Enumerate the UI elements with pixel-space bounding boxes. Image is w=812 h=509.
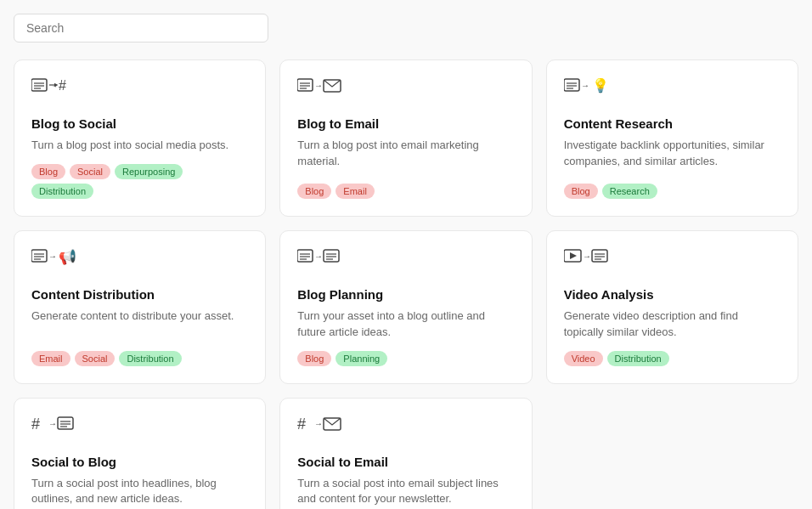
card-icon-video-analysis: →	[564, 248, 781, 277]
search-input[interactable]	[14, 14, 268, 42]
svg-text:→: →	[314, 252, 324, 261]
tag-social: Social	[70, 164, 110, 179]
card-title-content-research: Content Research	[564, 116, 781, 131]
card-blog-to-email[interactable]: → Blog to Email Turn a blog post into em…	[279, 59, 532, 217]
card-title-social-to-email: Social to Email	[297, 455, 514, 469]
tag-distribution: Distribution	[607, 351, 669, 366]
svg-text:📢: 📢	[59, 248, 78, 266]
card-title-social-to-blog: Social to Blog	[31, 455, 248, 469]
tag-social: Social	[75, 351, 116, 366]
card-desc-blog-planning: Turn your asset into a blog outline and …	[297, 308, 514, 341]
card-social-to-blog[interactable]: # → Social to Blog Turn a social post in…	[14, 398, 266, 509]
svg-rect-37	[592, 250, 607, 262]
svg-rect-25	[297, 250, 313, 262]
svg-text:#: #	[31, 416, 42, 433]
tag-distribution: Distribution	[31, 184, 93, 199]
card-tags-blog-to-social: BlogSocialRepurposingDistribution	[31, 164, 248, 199]
card-desc-content-research: Investigate backlink opportunities, simi…	[564, 138, 781, 173]
card-tags-content-research: BlogResearch	[564, 184, 781, 199]
tag-video: Video	[564, 351, 603, 366]
card-desc-social-to-email: Turn a social post into email subject li…	[297, 476, 514, 508]
tag-blog: Blog	[297, 351, 331, 366]
tag-email: Email	[31, 351, 70, 366]
card-desc-blog-to-email: Turn a blog post into email marketing ma…	[297, 138, 514, 173]
tag-blog: Blog	[31, 164, 65, 179]
card-grid: → # Blog to Social Turn a blog post into…	[14, 59, 798, 509]
card-icon-blog-to-social: → #	[31, 77, 248, 106]
card-icon-blog-planning: →	[297, 248, 514, 277]
svg-text:#: #	[297, 416, 307, 433]
svg-text:#: #	[59, 78, 68, 93]
svg-rect-0	[31, 79, 47, 91]
search-container	[14, 14, 798, 42]
svg-text:💡: 💡	[592, 77, 611, 93]
card-icon-content-research: → 💡	[564, 77, 781, 106]
card-tags-video-analysis: VideoDistribution	[564, 351, 781, 366]
card-icon-social-to-email: # →	[297, 416, 514, 444]
svg-text:→: →	[314, 81, 324, 90]
svg-text:→: →	[314, 419, 324, 428]
svg-rect-13	[564, 79, 579, 91]
card-tags-blog-planning: BlogPlanning	[297, 351, 514, 366]
card-icon-blog-to-email: →	[297, 77, 514, 106]
svg-rect-7	[297, 79, 313, 91]
svg-text:→: →	[48, 252, 59, 261]
tag-research: Research	[602, 184, 657, 199]
card-desc-blog-to-social: Turn a blog post into social media posts…	[31, 138, 248, 154]
card-blog-to-social[interactable]: → # Blog to Social Turn a blog post into…	[14, 59, 266, 217]
card-desc-content-distribution: Generate content to distribute your asse…	[31, 308, 248, 341]
card-blog-planning[interactable]: → Blog Planning Turn your asset into a b…	[279, 230, 532, 384]
card-title-video-analysis: Video Analysis	[564, 287, 781, 302]
tag-planning: Planning	[336, 351, 387, 366]
card-tags-blog-to-email: BlogEmail	[297, 184, 514, 199]
card-social-to-email[interactable]: # → Social to Email Turn a social post i…	[279, 398, 532, 509]
svg-text:→: →	[583, 252, 593, 261]
card-title-blog-to-email: Blog to Email	[297, 116, 514, 131]
tag-email: Email	[336, 184, 375, 199]
card-content-research[interactable]: → 💡 Content Research Investigate backlin…	[546, 59, 798, 217]
tag-blog: Blog	[297, 184, 331, 199]
card-icon-content-distribution: → 📢	[31, 248, 248, 277]
svg-rect-19	[31, 250, 47, 262]
card-icon-social-to-blog: # →	[31, 416, 248, 444]
svg-text:→: →	[48, 419, 59, 428]
card-title-content-distribution: Content Distribution	[31, 287, 248, 302]
tag-repurposing: Repurposing	[115, 164, 183, 179]
card-title-blog-planning: Blog Planning	[297, 287, 514, 302]
svg-marker-35	[570, 252, 577, 259]
svg-rect-30	[324, 250, 339, 262]
tag-blog: Blog	[564, 184, 598, 199]
card-tags-content-distribution: EmailSocialDistribution	[31, 351, 248, 366]
card-title-blog-to-social: Blog to Social	[31, 116, 248, 131]
card-desc-social-to-blog: Turn a social post into headlines, blog …	[31, 476, 248, 508]
svg-rect-43	[58, 417, 73, 429]
card-video-analysis[interactable]: → Video Analysis Generate video descript…	[546, 230, 798, 384]
svg-text:→: →	[581, 81, 591, 90]
card-content-distribution[interactable]: → 📢 Content Distribution Generate conten…	[14, 230, 266, 384]
tag-distribution: Distribution	[119, 351, 181, 366]
card-desc-video-analysis: Generate video description and find topi…	[564, 308, 781, 341]
